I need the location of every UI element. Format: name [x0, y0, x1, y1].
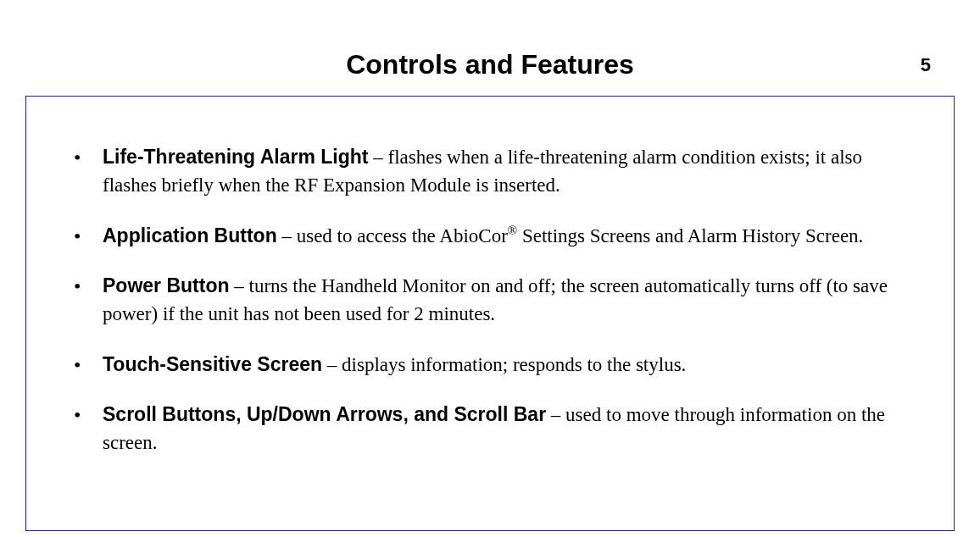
page-number: 5 — [921, 54, 931, 76]
item-term: Scroll Buttons, Up/Down Arrows, and Scro… — [103, 403, 546, 425]
item-term: Touch-Sensitive Screen — [103, 353, 322, 375]
registered-symbol: ® — [508, 224, 517, 237]
page: { "page_number": "5", "title": "Controls… — [0, 49, 980, 537]
item-desc-after: Settings Screens and Alarm History Scree… — [517, 225, 863, 246]
page-title: Controls and Features — [0, 49, 980, 80]
list-item: Application Button – used to access the … — [69, 222, 911, 250]
list-item: Scroll Buttons, Up/Down Arrows, and Scro… — [69, 401, 911, 457]
list-item: Touch-Sensitive Screen – displays inform… — [69, 351, 911, 379]
feature-list: Life-Threatening Alarm Light – flashes w… — [69, 143, 911, 457]
item-term: Power Button — [103, 274, 230, 296]
content-box: Life-Threatening Alarm Light – flashes w… — [25, 96, 955, 531]
item-term: Life-Threatening Alarm Light — [103, 146, 369, 168]
item-desc-before: – used to access the AbioCor — [277, 225, 508, 246]
item-desc: – used to access the AbioCor® Settings S… — [277, 225, 864, 246]
item-desc: – displays information; responds to the … — [322, 354, 686, 375]
list-item: Life-Threatening Alarm Light – flashes w… — [69, 143, 911, 200]
list-item: Power Button – turns the Handheld Monito… — [69, 272, 911, 329]
item-term: Application Button — [103, 224, 277, 246]
